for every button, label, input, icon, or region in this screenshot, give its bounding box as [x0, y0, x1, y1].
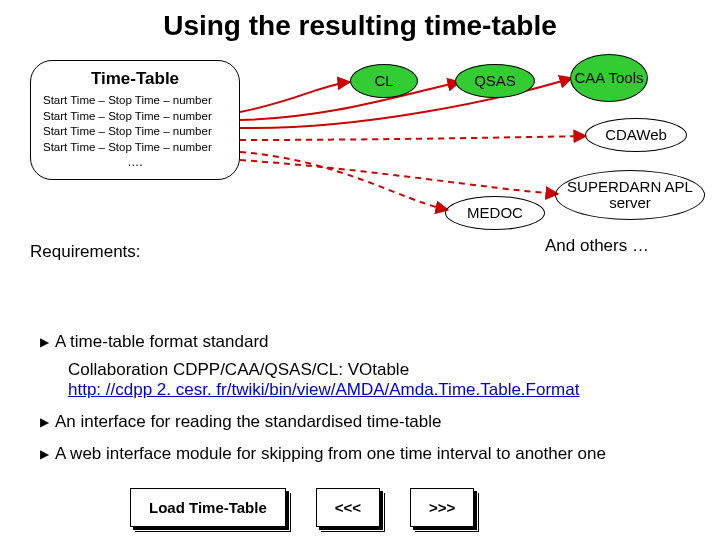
timetable-row: Start Time – Stop Time – number	[43, 124, 227, 140]
button-row: Load Time-Table <<< >>>	[130, 488, 720, 527]
format-link[interactable]: http: //cdpp 2. cesr. fr/twiki/bin/view/…	[68, 380, 579, 399]
timetable-row: Start Time – Stop Time – number	[43, 140, 227, 156]
node-qsas: QSAS	[455, 64, 535, 98]
node-superdarn: SUPERDARN APL server	[555, 170, 705, 220]
timetable-ellipsis: ….	[43, 155, 227, 169]
page-title: Using the resulting time-table	[0, 10, 720, 42]
timetable-box: Time-Table Start Time – Stop Time – numb…	[30, 60, 240, 180]
node-cl: CL	[350, 64, 418, 98]
diagram-stage: Time-Table Start Time – Stop Time – numb…	[0, 60, 720, 320]
node-cdaweb: CDAWeb	[585, 118, 687, 152]
timetable-row: Start Time – Stop Time – number	[43, 93, 227, 109]
node-medoc: MEDOC	[445, 196, 545, 230]
prev-interval-button[interactable]: <<<	[316, 488, 380, 527]
and-others-label: And others …	[545, 236, 649, 256]
collab-block: Collaboration CDPP/CAA/QSAS/CL: VOtable …	[68, 360, 686, 400]
timetable-row: Start Time – Stop Time – number	[43, 109, 227, 125]
load-timetable-button[interactable]: Load Time-Table	[130, 488, 286, 527]
node-caa: CAA Tools	[570, 54, 648, 102]
bullet-interface: An interface for reading the standardise…	[40, 412, 686, 432]
requirements-label: Requirements:	[30, 242, 141, 262]
requirements-list: A time-table format standard Collaborati…	[40, 332, 686, 464]
timetable-heading: Time-Table	[43, 69, 227, 89]
bullet-format-standard: A time-table format standard	[40, 332, 686, 352]
next-interval-button[interactable]: >>>	[410, 488, 474, 527]
bullet-webmodule: A web interface module for skipping from…	[40, 444, 686, 464]
collab-text: Collaboration CDPP/CAA/QSAS/CL: VOtable	[68, 360, 686, 380]
